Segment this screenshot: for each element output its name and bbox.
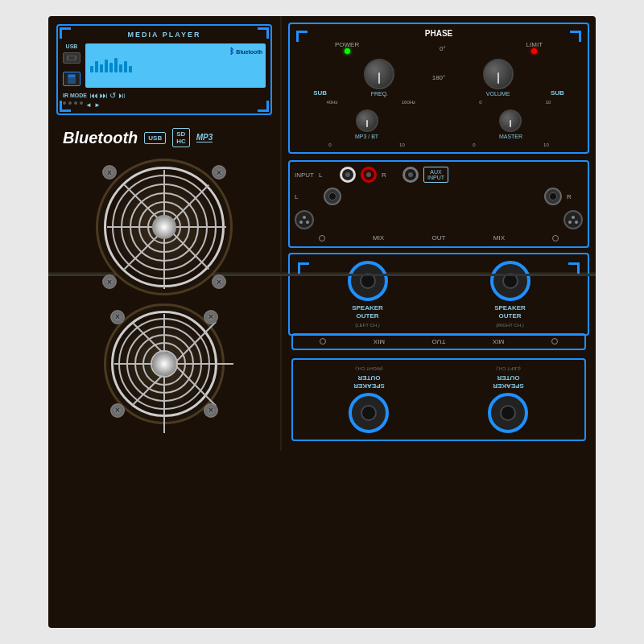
vol-knob-group: VOLUME (483, 59, 514, 97)
bottom-speaker-left-sub: (LEFT CH.) (496, 366, 521, 371)
mp3bt-knob-group: MP3 / BT (355, 109, 378, 139)
scale-40hz: 40Hz (327, 100, 338, 105)
bottom-io-section: MIX TUO MIX (291, 333, 586, 350)
scale-mp3-0: 0 (328, 142, 331, 147)
middle-left (48, 276, 282, 451)
top-section: MEDIA PLAYER USB (48, 16, 596, 274)
jack-right-label: R (567, 193, 583, 200)
xlr-dots-row (568, 221, 578, 224)
dot-row: ◄ ► (63, 101, 266, 109)
rca-left-white[interactable] (340, 167, 356, 183)
play-pause-button[interactable]: ⏯ (118, 91, 126, 100)
left-label: L (319, 171, 335, 179)
mp3bt-knob[interactable] (356, 109, 378, 132)
lcd-bar (105, 60, 108, 72)
master-knob[interactable] (499, 109, 522, 132)
jack-right[interactable] (544, 188, 562, 205)
o-circle-right (552, 235, 559, 242)
scale-row-bottom: 0 10 0 10 (295, 142, 583, 147)
dot (80, 101, 83, 105)
bottom-speaker-left-label: SPEAKEROUTER (493, 374, 524, 390)
xlr-row (295, 210, 583, 229)
scale-row-top: 40Hz 160Hz 0 10 (295, 100, 583, 105)
sd-badge: SDHC (172, 128, 190, 147)
corner-br (258, 101, 269, 112)
out-label: OUT (432, 234, 446, 242)
volume-label: VOLUME (486, 91, 510, 97)
corner-tr (258, 27, 269, 39)
fan-container (96, 159, 233, 295)
bottom-speaker-connector-right[interactable] (349, 393, 390, 433)
fan-outer (96, 159, 233, 295)
vol-up[interactable]: ► (94, 101, 101, 109)
phase-section: PHASE POWER 0° LIMIT SUB (288, 23, 589, 154)
lcd-bar (109, 63, 113, 72)
xlr-dot (306, 221, 309, 224)
jack-left[interactable] (324, 188, 341, 205)
bottom-mix-label-left: MIX (493, 338, 504, 345)
screw-bl (102, 275, 117, 289)
lcd-bars (89, 58, 262, 74)
bottom-mix-label-right: MIX (374, 338, 385, 345)
fan2-center (152, 352, 176, 376)
next-button[interactable]: ⏭ (100, 91, 108, 100)
mix-label-left: MIX (373, 234, 384, 242)
lcd-bar (119, 64, 122, 72)
xlr-dots-row (299, 221, 309, 224)
scale-mp3-10: 10 (399, 142, 405, 147)
mix-row: MIX OUT MIX (295, 234, 583, 242)
o-circle-left (319, 235, 325, 242)
rca-inner (408, 172, 413, 177)
scale-master-0: 0 (473, 142, 475, 147)
bottom-speaker-right-sub: (RIGHT CH.) (355, 366, 383, 371)
usb-port[interactable] (63, 52, 80, 64)
freq-knob-group: FREQ. (364, 59, 394, 97)
mp3-badge: MP3 (196, 133, 213, 142)
xlr-left[interactable] (295, 210, 314, 229)
bottom-speaker-connector-left[interactable] (489, 393, 529, 433)
bottom-speaker-conn-inner (501, 405, 517, 421)
scale-160hz: 160Hz (402, 100, 415, 105)
rca-row: INPUT L R AUXINPUT (295, 167, 583, 183)
xlr-dot (303, 216, 306, 219)
freq-knob[interactable] (364, 59, 394, 89)
power-label: POWER (335, 41, 359, 56)
svg-rect-1 (68, 56, 75, 60)
svg-rect-3 (68, 75, 75, 77)
corner-tl (60, 27, 71, 39)
xlr-right[interactable] (564, 210, 583, 229)
phase-title: PHASE (295, 29, 583, 38)
bottom-speaker-right-group: SPEAKEROUTER (RIGHT CH.) (349, 366, 390, 433)
bluetooth-badge: ᛒ Bluetooth (229, 47, 262, 56)
fan2-container (104, 303, 225, 424)
bluetooth-icon: ᛒ (229, 47, 234, 56)
fan2-screw-bl (110, 403, 125, 418)
top-knobs-row: SUB FREQ. 180° VOLUME SUB (295, 59, 583, 97)
left-panel: MEDIA PLAYER USB (48, 16, 282, 272)
phase-corner-tr (570, 31, 581, 42)
vol-down[interactable]: ◄ (85, 101, 92, 109)
prev-button[interactable]: ⏮ (90, 91, 98, 100)
volume-knob[interactable] (483, 59, 514, 89)
bottom-speaker-right-label: SPEAKEROUTER (353, 374, 385, 390)
rca-right-red[interactable] (361, 167, 377, 183)
bottom-speaker-left-group: SPEAKEROUTER (LEFT CH.) (489, 366, 529, 433)
repeat-button[interactable]: ↺ (109, 91, 116, 100)
io-section: INPUT L R AUXINPUT L (288, 160, 589, 248)
ir-mode-label: IR MODE (63, 93, 87, 98)
rca-aux[interactable] (402, 167, 419, 183)
lcd-display: ᛒ Bluetooth (85, 43, 266, 88)
fan2-screw-tr (204, 310, 218, 324)
usb-badge: USB (144, 132, 166, 144)
rca-inner (345, 172, 350, 177)
mix-label-right: MIX (493, 234, 505, 242)
master-knob-group: MASTER (499, 109, 522, 139)
lcd-bar (129, 66, 132, 72)
jack-inner (328, 192, 336, 200)
sd-card-slot[interactable] (63, 72, 80, 86)
lcd-bar (95, 61, 98, 72)
bottom-speaker-conn-inner (361, 405, 378, 421)
usb-slot-area: USB (63, 43, 80, 86)
phase-labels: POWER 0° LIMIT (295, 41, 583, 56)
jack-row: L R (295, 188, 583, 205)
